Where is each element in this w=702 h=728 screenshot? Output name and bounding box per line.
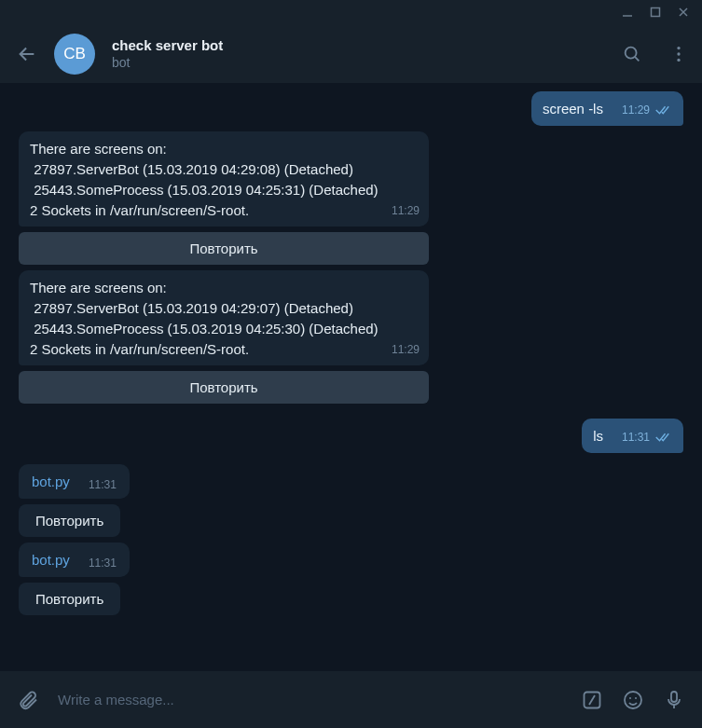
message-bubble-in[interactable]: There are screens on: 27897.ServerBot (1… [19,270,429,365]
avatar[interactable]: CB [54,34,95,75]
svg-point-8 [677,52,680,55]
message-text: ls [593,426,603,446]
repeat-button[interactable]: Повторить [19,504,120,537]
message-time: 11:31 [622,427,650,447]
message-row: screen -ls 11:29 [19,91,683,126]
avatar-initials: CB [63,45,86,63]
svg-point-5 [626,47,637,58]
svg-point-14 [635,697,637,699]
message-row: bot.py 11:31 Повторить [19,543,683,615]
chat-area[interactable]: screen -ls 11:29 There are screens on: 2… [0,84,702,670]
chat-header: CB check server bot bot [0,24,702,84]
message-time: 11:29 [622,100,650,120]
svg-point-13 [629,697,631,699]
svg-point-12 [625,692,641,708]
message-bubble-out[interactable]: ls 11:31 [582,419,683,453]
close-icon[interactable] [678,7,689,18]
svg-line-11 [589,695,595,705]
message-line: There are screens on: [30,139,379,159]
message-link[interactable]: bot.py [32,472,70,492]
chat-subtitle: bot [112,55,605,70]
message-row: ls 11:31 [19,419,683,453]
maximize-icon[interactable] [650,7,661,18]
mic-icon[interactable] [663,689,685,711]
menu-icon[interactable] [668,44,689,64]
message-time: 11:29 [392,339,420,360]
chat-title-block[interactable]: check server bot bot [112,37,605,70]
message-line: 27897.ServerBot (15.03.2019 04:29:08) (D… [30,159,379,180]
message-line: There are screens on: [30,278,379,298]
repeat-button[interactable]: Повторить [19,232,429,265]
message-row: There are screens on: 27897.ServerBot (1… [19,270,683,404]
emoji-icon[interactable] [622,689,644,711]
read-check-icon [655,103,672,117]
repeat-button[interactable]: Повторить [19,583,120,615]
minimize-icon[interactable] [622,7,633,18]
svg-rect-15 [671,692,677,702]
message-line: 25443.SomeProcess (15.03.2019 04:25:30) … [30,319,379,339]
message-input[interactable] [58,692,562,707]
svg-point-9 [677,58,680,61]
message-time: 11:31 [89,474,117,495]
message-link[interactable]: bot.py [32,550,70,570]
message-time: 11:29 [392,200,420,221]
message-bubble-out[interactable]: screen -ls 11:29 [531,91,683,126]
attach-icon[interactable] [17,689,39,711]
svg-rect-1 [652,8,660,17]
search-icon[interactable] [622,44,642,64]
window-titlebar [0,0,702,24]
message-bubble-in[interactable]: There are screens on: 27897.ServerBot (1… [19,131,429,227]
message-line: 2 Sockets in /var/run/screen/S-root. [30,200,379,221]
read-check-icon [655,431,672,444]
svg-point-7 [677,46,680,48]
svg-line-6 [635,56,639,60]
message-row: bot.py 11:31 Повторить [19,464,683,537]
message-line: 2 Sockets in /var/run/screen/S-root. [30,339,379,360]
message-text: screen -ls [543,99,603,119]
message-line: 27897.ServerBot (15.03.2019 04:29:07) (D… [30,298,379,319]
message-line: 25443.SomeProcess (15.03.2019 04:25:31) … [30,180,379,200]
repeat-button[interactable]: Повторить [19,371,429,404]
message-row: There are screens on: 27897.ServerBot (1… [19,131,683,265]
input-bar [0,670,702,728]
message-time: 11:31 [89,553,117,573]
message-bubble-in[interactable]: bot.py 11:31 [19,464,130,499]
chat-title: check server bot [112,37,605,53]
back-button[interactable] [17,44,37,64]
message-bubble-in[interactable]: bot.py 11:31 [19,543,130,577]
command-icon[interactable] [581,689,603,711]
